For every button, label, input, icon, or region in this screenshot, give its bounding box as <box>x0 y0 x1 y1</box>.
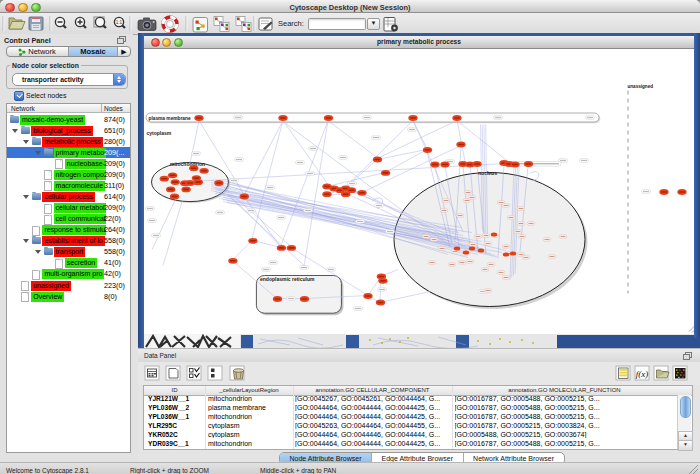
svg-text:plasma membrane: plasma membrane <box>149 115 191 120</box>
svg-text:nucleus: nucleus <box>478 169 497 175</box>
svg-text:f(x): f(x) <box>636 369 649 379</box>
svg-text:unassigned: unassigned <box>628 83 654 88</box>
svg-text:cytoplasm: cytoplasm <box>147 130 172 136</box>
svg-text:1:1: 1:1 <box>116 20 123 25</box>
svg-text:endoplasmic reticulum: endoplasmic reticulum <box>260 276 315 282</box>
svg-text:mitochondrion: mitochondrion <box>170 160 205 166</box>
